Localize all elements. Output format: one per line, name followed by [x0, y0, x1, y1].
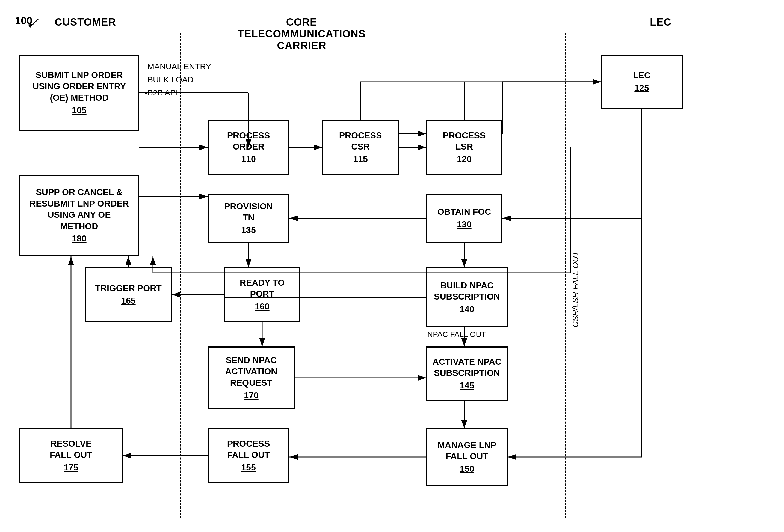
box-150: MANAGE LNPFALL OUT 150 [426, 428, 508, 485]
svg-line-0 [30, 19, 38, 27]
npac-fall-out-label: NPAC FALL OUT [427, 330, 486, 339]
dashed-line-left [180, 33, 181, 519]
customer-header: CUSTOMER [55, 17, 116, 28]
diagram: 100 CUSTOMER CORE TELECOMMUNICATIONS CAR… [0, 0, 784, 532]
box-180: SUPP OR CANCEL &RESUBMIT LNP ORDERUSING … [19, 175, 139, 257]
box-130: OBTAIN FOC 130 [426, 194, 502, 243]
box-160: READY TOPORT 160 [224, 267, 300, 322]
box-165: TRIGGER PORT 165 [85, 267, 172, 322]
csr-lsr-fall-out-label: CSR/LSR FALL OUT [571, 245, 580, 327]
box-120: PROCESSLSR 120 [426, 120, 502, 175]
box-135: PROVISIONTN 135 [207, 194, 289, 243]
box-155: PROCESSFALL OUT 155 [207, 428, 289, 483]
core-header: CORE TELECOMMUNICATIONS CARRIER [237, 17, 366, 52]
box-170: SEND NPACACTIVATIONREQUEST 170 [207, 347, 295, 409]
manual-entry-label: -MANUAL ENTRY-BULK LOAD-B2B API [145, 60, 211, 99]
dashed-line-right [565, 33, 566, 519]
ref-arrow [13, 13, 47, 35]
box-175: RESOLVEFALL OUT 175 [19, 428, 123, 483]
box-105: SUBMIT LNP ORDERUSING ORDER ENTRY(OE) ME… [19, 55, 139, 131]
box-140: BUILD NPACSUBSCRIPTION 140 [426, 267, 508, 327]
box-110: PROCESSORDER 110 [207, 120, 289, 175]
box-145: ACTIVATE NPACSUBSCRIPTION 145 [426, 347, 508, 401]
box-125: LEC 125 [601, 55, 683, 109]
lec-header: LEC [650, 17, 671, 28]
box-115: PROCESSCSR 115 [322, 120, 399, 175]
